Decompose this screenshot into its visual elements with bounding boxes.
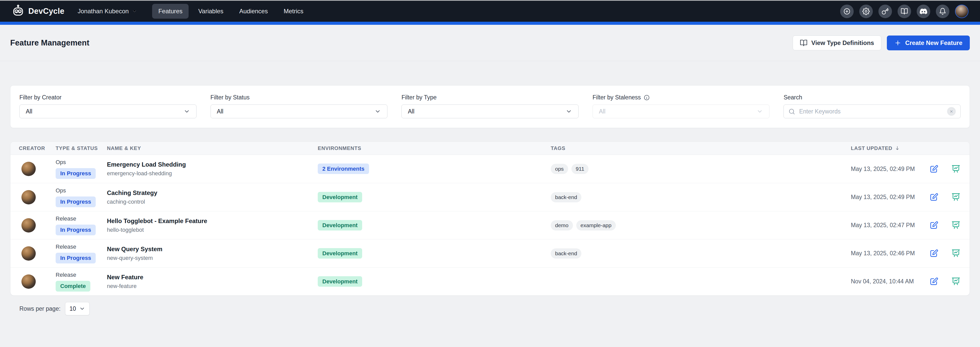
table-row[interactable]: OpsIn ProgressEmergency Load Sheddingeme… bbox=[11, 155, 969, 183]
edit-feature-button[interactable] bbox=[928, 276, 939, 287]
search-input[interactable]: Enter Keywords × bbox=[783, 104, 961, 118]
filter-status-value: All bbox=[217, 108, 224, 115]
edit-feature-button[interactable] bbox=[928, 248, 939, 259]
status-badge: In Progress bbox=[56, 225, 96, 235]
info-icon[interactable] bbox=[643, 94, 650, 101]
metrics-chart-icon bbox=[951, 277, 961, 286]
view-type-definitions-label: View Type Definitions bbox=[811, 39, 874, 46]
settings-gear-icon bbox=[862, 8, 870, 15]
edit-pencil-icon bbox=[929, 221, 939, 230]
page-header: Feature Management View Type Definitions… bbox=[0, 25, 980, 61]
clear-search-button[interactable]: × bbox=[947, 107, 956, 116]
column-header-label: TAGS bbox=[551, 146, 565, 151]
filter-staleness-select[interactable]: All bbox=[593, 104, 770, 118]
feature-metrics-button[interactable] bbox=[950, 192, 961, 203]
features-table: CREATORTYPE & STATUSNAME & KEYENVIRONMEN… bbox=[10, 142, 970, 296]
column-header-name-key[interactable]: NAME & KEY bbox=[107, 146, 318, 151]
feature-name: Emergency Load Shedding bbox=[107, 161, 318, 168]
top-navbar: DevCycle Jonathan Kubecon FeaturesVariab… bbox=[0, 1, 980, 22]
notifications-bell-button[interactable] bbox=[936, 5, 950, 18]
table-row[interactable]: ReleaseIn ProgressNew Query Systemnew-qu… bbox=[11, 239, 969, 267]
filter-status-select[interactable]: All bbox=[210, 104, 388, 118]
filter-status-label: Filter by Status bbox=[210, 94, 388, 101]
environments-badge: Development bbox=[318, 220, 362, 230]
column-header-last-updated[interactable]: LAST UPDATED bbox=[851, 146, 961, 151]
table-body: OpsIn ProgressEmergency Load Sheddingeme… bbox=[11, 155, 969, 295]
togglebot-robot-icon bbox=[11, 4, 25, 18]
feature-name: Caching Strategy bbox=[107, 189, 318, 197]
creator-avatar bbox=[21, 274, 36, 289]
feature-metrics-button[interactable] bbox=[950, 220, 961, 231]
column-header-environments[interactable]: ENVIRONMENTS bbox=[318, 146, 551, 151]
feature-type: Release bbox=[56, 243, 76, 250]
plus-icon bbox=[894, 39, 901, 46]
rows-per-page-label: Rows per page: bbox=[19, 305, 60, 312]
feature-metrics-button[interactable] bbox=[950, 248, 961, 259]
metrics-chart-icon bbox=[951, 221, 961, 230]
status-badge: In Progress bbox=[56, 168, 96, 179]
column-header-label: TYPE & STATUS bbox=[56, 146, 98, 151]
column-header-label: NAME & KEY bbox=[107, 146, 141, 151]
sort-desc-icon bbox=[894, 146, 900, 151]
feature-metrics-button[interactable] bbox=[950, 163, 961, 174]
filters-panel: Filter by Creator All Filter by Status A… bbox=[10, 85, 970, 128]
tab-metrics[interactable]: Metrics bbox=[277, 4, 309, 19]
brand-name: DevCycle bbox=[28, 6, 64, 16]
navbar-actions bbox=[840, 5, 969, 18]
status-badge: In Progress bbox=[56, 197, 96, 207]
tab-variables[interactable]: Variables bbox=[192, 4, 229, 19]
view-type-definitions-button[interactable]: View Type Definitions bbox=[793, 35, 881, 50]
tag-pill: demo bbox=[551, 220, 573, 230]
feature-type: Ops bbox=[56, 187, 66, 194]
feature-key: emergency-load-shedding bbox=[107, 170, 318, 177]
create-new-feature-button[interactable]: Create New Feature bbox=[887, 35, 970, 50]
rows-per-page-select[interactable]: 10 bbox=[65, 302, 89, 315]
project-name: Jonathan Kubecon bbox=[78, 8, 129, 15]
tab-audiences[interactable]: Audiences bbox=[233, 4, 274, 19]
devcycle-logo[interactable]: DevCycle bbox=[11, 4, 64, 18]
create-new-feature-label: Create New Feature bbox=[905, 39, 963, 46]
filter-staleness-label: Filter by Staleness bbox=[593, 94, 770, 101]
add-new-button[interactable] bbox=[840, 5, 854, 18]
chevron-down-icon bbox=[756, 108, 763, 115]
status-badge: Complete bbox=[56, 281, 90, 291]
user-avatar[interactable] bbox=[955, 5, 969, 18]
tab-features[interactable]: Features bbox=[152, 4, 189, 19]
filter-type-value: All bbox=[408, 108, 414, 115]
table-row[interactable]: OpsIn ProgressCaching Strategycaching-co… bbox=[11, 183, 969, 211]
nav-tabs: FeaturesVariablesAudiencesMetrics bbox=[152, 4, 309, 19]
api-keys-button[interactable] bbox=[878, 5, 892, 18]
edit-feature-button[interactable] bbox=[928, 220, 939, 231]
feature-metrics-button[interactable] bbox=[950, 276, 961, 287]
table-row[interactable]: ReleaseIn ProgressHello Togglebot - Exam… bbox=[11, 211, 969, 239]
column-header-type-status[interactable]: TYPE & STATUS bbox=[56, 146, 107, 151]
accent-progress-bar bbox=[0, 22, 980, 25]
book-icon bbox=[800, 39, 808, 47]
environments-badge: Development bbox=[318, 276, 362, 287]
column-header-tags[interactable]: TAGS bbox=[551, 146, 851, 151]
last-updated: Nov 04, 2024, 10:44 AM bbox=[851, 278, 914, 285]
api-keys-icon bbox=[881, 8, 889, 15]
column-header-creator[interactable]: CREATOR bbox=[19, 146, 56, 151]
table-header-row: CREATORTYPE & STATUSNAME & KEYENVIRONMEN… bbox=[11, 142, 969, 155]
metrics-chart-icon bbox=[951, 249, 961, 258]
tag-pill: back-end bbox=[551, 192, 581, 202]
filter-type: Filter by Type All bbox=[401, 94, 579, 118]
filter-staleness: Filter by Staleness All bbox=[593, 94, 770, 118]
project-selector[interactable]: Jonathan Kubecon bbox=[78, 8, 137, 15]
discord-button[interactable] bbox=[917, 5, 930, 18]
feature-name: New Query System bbox=[107, 246, 318, 253]
edit-feature-button[interactable] bbox=[928, 192, 939, 203]
table-row[interactable]: ReleaseCompleteNew Featurenew-featureDev… bbox=[11, 267, 969, 295]
filter-creator-value: All bbox=[26, 108, 32, 115]
edit-feature-button[interactable] bbox=[928, 163, 939, 174]
documentation-button[interactable] bbox=[897, 5, 911, 18]
feature-name: New Feature bbox=[107, 273, 318, 281]
last-updated: May 13, 2025, 02:46 PM bbox=[851, 250, 915, 257]
filter-creator-select[interactable]: All bbox=[19, 104, 197, 118]
search-icon bbox=[788, 108, 795, 115]
settings-gear-button[interactable] bbox=[859, 5, 873, 18]
chevron-down-icon bbox=[374, 108, 381, 115]
filter-type-select[interactable]: All bbox=[401, 104, 579, 118]
last-updated: May 13, 2025, 02:49 PM bbox=[851, 166, 915, 173]
